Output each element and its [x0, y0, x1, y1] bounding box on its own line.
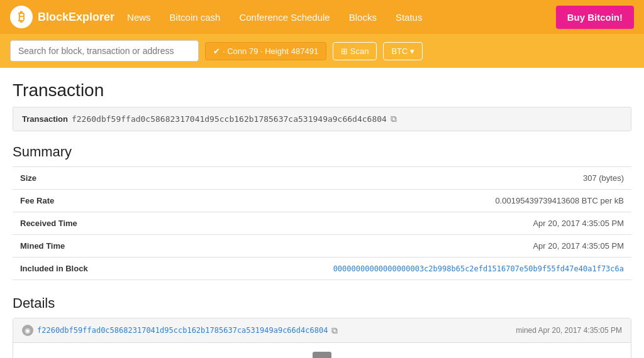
buy-bitcoin-button[interactable]: Buy Bitcoin! [556, 6, 634, 29]
transaction-id-box: Transaction f2260dbf59ffad0c58682317041d… [13, 107, 631, 131]
conn-label: · Conn 79 · Height [223, 46, 289, 56]
search-bar: ✔ · Conn 79 · Height 487491 ⊞ Scan BTC ▾ [0, 34, 644, 68]
brand-icon-symbol: ₿ [18, 10, 25, 24]
details-header: ◉ f2260dbf59ffad0c58682317041d95ccb162b1… [13, 318, 631, 343]
size-label: Size [13, 167, 126, 190]
fee-rate-label: Fee Rate [13, 190, 126, 212]
scan-button[interactable]: ⊞ Scan [333, 42, 377, 60]
block-height: 487491 [291, 46, 318, 56]
btc-dropdown[interactable]: BTC ▾ [383, 42, 423, 60]
details-tx-hash-link[interactable]: f2260dbf59ffad0c58682317041d95ccb162b178… [37, 326, 328, 335]
mined-time-value: Apr 20, 2017 4:35:05 PM [126, 235, 631, 258]
table-row: Fee Rate 0.00195439739413608 BTC per kB [13, 190, 631, 212]
details-tx-left: ◉ f2260dbf59ffad0c58682317041d95ccb162b1… [22, 325, 338, 336]
table-row: Received Time Apr 20, 2017 4:35:05 PM [13, 212, 631, 235]
brand-name: BlockExplorer [38, 11, 114, 24]
main-content: Transaction Transaction f2260dbf59ffad0c… [0, 68, 644, 358]
details-title: Details [13, 295, 631, 312]
block-link[interactable]: 00000000000000000003c2b998b65c2efd151670… [333, 264, 624, 273]
summary-table: Size 307 (bytes) Fee Rate 0.001954397394… [13, 166, 631, 280]
received-time-value: Apr 20, 2017 4:35:05 PM [126, 212, 631, 235]
brand-icon: ₿ [10, 6, 33, 28]
details-card: ◉ f2260dbf59ffad0c58682317041d95ccb162b1… [13, 318, 631, 358]
page-title: Transaction [13, 80, 631, 100]
mined-time-label: Mined Time [13, 235, 126, 258]
search-input[interactable] [10, 40, 199, 62]
included-in-block-label: Included in Block [13, 258, 126, 280]
received-time-label: Received Time [13, 212, 126, 235]
details-body: 3NDKPYCoaD7K2NRvo1bVtiHrkTAAnbZ52T 0.005… [13, 343, 631, 358]
check-icon: ✔ [213, 46, 220, 56]
sidebar-item-blocks[interactable]: Blocks [349, 12, 377, 23]
details-mined-time: mined Apr 20, 2017 4:35:05 PM [516, 326, 622, 335]
tx-hash: f2260dbf59ffad0c58682317041d95ccb162b178… [72, 114, 387, 124]
brand-logo[interactable]: ₿ BlockExplorer [10, 6, 114, 28]
copy-icon[interactable]: ⧉ [391, 114, 397, 124]
arrow-button[interactable]: › [313, 352, 331, 358]
sidebar-item-bitcoin-cash[interactable]: Bitcoin cash [170, 12, 221, 23]
table-row: Included in Block 00000000000000000003c2… [13, 258, 631, 280]
summary-title: Summary [13, 144, 631, 160]
nav-links: News Bitcoin cash Conference Schedule Bl… [127, 12, 556, 23]
connection-badge: ✔ · Conn 79 · Height 487491 [205, 42, 326, 60]
tx-label: Transaction [22, 114, 68, 124]
navbar: ₿ BlockExplorer News Bitcoin cash Confer… [0, 0, 644, 34]
sidebar-item-status[interactable]: Status [396, 12, 423, 23]
tx-circle-icon: ◉ [22, 325, 33, 336]
fee-rate-value: 0.00195439739413608 BTC per kB [126, 190, 631, 212]
details-copy-icon[interactable]: ⧉ [331, 325, 338, 336]
sidebar-item-news[interactable]: News [127, 12, 151, 23]
table-row: Mined Time Apr 20, 2017 4:35:05 PM [13, 235, 631, 258]
sidebar-item-conference-schedule[interactable]: Conference Schedule [239, 12, 330, 23]
table-row: Size 307 (bytes) [13, 167, 631, 190]
included-in-block-value: 00000000000000000003c2b998b65c2efd151670… [126, 258, 631, 280]
size-value: 307 (bytes) [126, 167, 631, 190]
